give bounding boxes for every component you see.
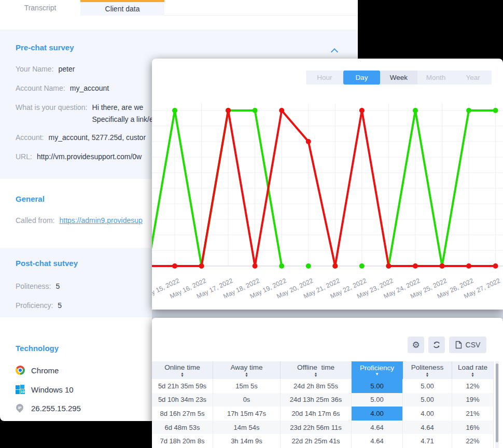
period-tab-year[interactable]: Year — [454, 71, 492, 85]
table-cell: 8d 16h 27m 5s — [152, 407, 213, 421]
column-header-online-time[interactable]: Online time▲▼ — [152, 361, 213, 379]
windows-icon: 10 — [16, 385, 25, 394]
chevron-up-icon[interactable] — [332, 48, 338, 53]
sort-icon: ▲▼ — [245, 372, 248, 377]
active-tab-indicator — [80, 0, 164, 2]
column-header-proficiency[interactable]: Proficiency▼ — [352, 361, 403, 379]
table-cell: 24d 2h 8m 55s — [281, 379, 352, 393]
series-red-point — [466, 263, 471, 269]
table-cell: 5d 10h 34m 23s — [152, 393, 213, 407]
table-cell: 4.64 — [352, 434, 403, 448]
column-header-away-time[interactable]: Away time▲▼ — [213, 361, 281, 379]
chart-card: May 15, 2022May 16, 2022May 17, 2022May … — [152, 59, 503, 310]
field-label: Your Name: — [16, 64, 53, 74]
table-row[interactable]: 5d 10h 34m 23s0s24d 13h 25m 36s5.005.001… — [152, 393, 494, 407]
table-scrollbar-thumb[interactable] — [496, 363, 498, 442]
column-header-label: Load rate — [458, 363, 487, 371]
table-cell: 16% — [452, 421, 494, 435]
table-cell: 20d 14h 17m 6s — [281, 407, 352, 421]
field-label: URL: — [16, 151, 32, 162]
table-cell: 21% — [452, 407, 494, 421]
sort-icon: ▲▼ — [426, 372, 429, 377]
csv-file-icon — [455, 341, 462, 349]
column-header-politeness[interactable]: Politeness▲▼ — [403, 361, 452, 379]
series-red-point — [332, 263, 338, 269]
export-csv-button[interactable]: CSV — [449, 337, 486, 353]
series-red-point — [386, 263, 391, 269]
field-label: Account Name: — [16, 83, 65, 93]
field-label: Proficiency: — [16, 300, 53, 311]
refresh-button[interactable] — [428, 337, 445, 353]
column-header-label: Away time — [230, 363, 262, 371]
table-cell: 4.71 — [403, 434, 452, 448]
table-cell: 5d 21h 35m 59s — [152, 379, 213, 393]
period-tab-hour[interactable]: Hour — [306, 71, 343, 85]
tech-row-os: 10 Windows 10 — [16, 384, 74, 395]
tech-row-ip: IP 26.255.15.295 — [16, 402, 81, 414]
table-cell: 4.00 — [403, 407, 452, 421]
tab-client-data-label: Client data — [105, 5, 140, 13]
field-account: Account: my_account, 5277.25d, custor — [16, 132, 146, 143]
table-row[interactable]: 6d 48m 53s14m 54s23d 22h 56m 11s4.644.64… — [152, 421, 494, 435]
table-cell: 3h 14m 9s — [213, 434, 281, 448]
series-red-point — [359, 108, 365, 113]
tab-client-data[interactable]: Client data — [80, 0, 164, 16]
period-tab-month[interactable]: Month — [417, 71, 455, 85]
column-header-label: Online time — [164, 363, 200, 371]
period-tab-week[interactable]: Week — [380, 71, 417, 85]
series-red-point — [279, 108, 284, 113]
stats-card: ⚙ CSV Online time▲▼Away time▲▼Offline ti… — [152, 318, 503, 448]
sort-desc-icon: ▼ — [375, 372, 379, 376]
table-cell: 4.00 — [352, 407, 403, 421]
field-called-from: Called from: https://admin9.providesup — [16, 215, 143, 226]
refresh-icon — [432, 341, 441, 349]
tab-transcript[interactable]: Transcript — [0, 0, 80, 16]
table-cell: 17h 15m 47s — [213, 407, 281, 421]
table-cell: 19% — [452, 393, 494, 407]
panel-tabs-row: Transcript Client data — [0, 0, 358, 16]
sort-icon: ▲▼ — [314, 372, 317, 377]
called-from-link[interactable]: https://admin9.providesup — [59, 215, 142, 226]
general-title: General — [16, 194, 45, 203]
table-row[interactable]: 5d 21h 35m 59s15m 5s24d 2h 8m 55s5.005.0… — [152, 379, 494, 393]
field-value: 5 — [58, 300, 62, 311]
table-cell: 5.00 — [403, 393, 452, 407]
postchat-survey-title: Post-chat sutvey — [16, 259, 78, 268]
field-proficiency: Proficiency: 5 — [16, 300, 62, 311]
field-value: my_account, 5277.25d, custor — [48, 132, 146, 143]
technology-title: Technology — [16, 344, 59, 353]
csv-button-label: CSV — [466, 341, 481, 349]
table-cell: 5.00 — [403, 379, 452, 393]
table-cell: 6d 48m 53s — [152, 421, 213, 435]
column-header-offline-time[interactable]: Offline time▲▼ — [281, 361, 352, 379]
ip-address: 26.255.15.295 — [31, 404, 81, 413]
field-label: Politeness: — [16, 281, 51, 291]
column-header-load-rate[interactable]: Load rate▲▼ — [452, 361, 494, 379]
table-row[interactable]: 8d 16h 27m 5s17h 15m 47s20d 14h 17m 6s4.… — [152, 407, 494, 421]
series-red-point — [493, 263, 498, 269]
ip-icon: IP — [16, 404, 24, 412]
prechat-survey-title: Pre-chat survey — [16, 43, 74, 52]
table-cell: 0s — [213, 393, 281, 407]
field-label: What is your question: — [16, 102, 88, 114]
series-green-point — [306, 263, 311, 269]
field-value: http://vm.providesupport.com/0w — [37, 151, 142, 162]
settings-button[interactable]: ⚙ — [408, 337, 424, 353]
period-tab-day[interactable]: Day — [343, 71, 381, 85]
table-row[interactable]: 7d 18h 20m 8s3h 14m 9s22d 2h 25m 41s4.64… — [152, 434, 494, 448]
table-cell: 24d 13h 25m 36s — [281, 393, 352, 407]
column-header-label: Proficiency — [360, 364, 394, 372]
series-red-point — [253, 263, 258, 269]
sort-icon: ▲▼ — [471, 372, 474, 377]
column-header-label: Offline time — [297, 363, 334, 371]
series-green-point — [493, 108, 498, 113]
period-tab-group: HourDayWeekMonthYear — [306, 71, 492, 85]
series-red-point — [172, 263, 177, 269]
tech-row-browser: Chrome — [16, 365, 59, 376]
table-cell: 14m 54s — [213, 421, 281, 435]
gear-icon: ⚙ — [412, 340, 420, 351]
table-header-row: Online time▲▼Away time▲▼Offline time▲▼Pr… — [152, 361, 494, 379]
series-green-point — [359, 263, 365, 269]
sort-icon: ▲▼ — [180, 372, 184, 377]
column-header-label: Politeness — [411, 363, 443, 371]
